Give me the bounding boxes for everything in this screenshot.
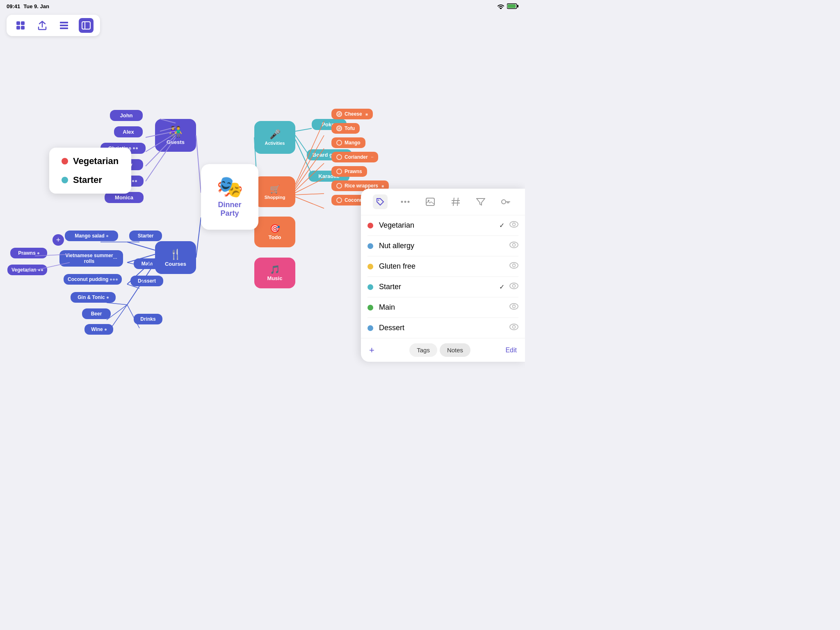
center-node[interactable]: 🎭 DinnerParty bbox=[201, 164, 258, 230]
svg-rect-2 bbox=[508, 5, 516, 8]
svg-line-45 bbox=[295, 197, 324, 208]
guests-label: Guests bbox=[167, 139, 185, 145]
course-wine[interactable]: Wine bbox=[84, 324, 113, 335]
svg-rect-8 bbox=[60, 25, 68, 26]
add-button[interactable]: + bbox=[52, 234, 64, 246]
course-beer[interactable]: Beer bbox=[82, 308, 111, 319]
tags-panel: Vegetarian ✓ Nut allergy bbox=[361, 189, 525, 362]
center-node-title: DinnerParty bbox=[215, 201, 244, 218]
courses-label: Courses bbox=[165, 261, 186, 267]
category-drinks[interactable]: Drinks bbox=[134, 314, 162, 324]
svg-point-56 bbox=[502, 200, 506, 204]
svg-line-28 bbox=[107, 303, 127, 305]
svg-line-44 bbox=[295, 194, 324, 195]
svg-rect-6 bbox=[21, 26, 25, 30]
tag-main-color bbox=[368, 305, 373, 310]
guests-node[interactable]: 👫 Guests bbox=[155, 119, 196, 152]
tag-main[interactable]: Main bbox=[368, 297, 518, 318]
course-mango-salad[interactable]: Mango salad bbox=[65, 231, 118, 241]
svg-point-57 bbox=[510, 221, 518, 227]
tag-nut-allergy[interactable]: Nut allergy bbox=[368, 236, 518, 256]
tag-gluten-free-eye[interactable] bbox=[509, 262, 518, 271]
category-starter[interactable]: Starter bbox=[129, 231, 162, 241]
edit-button[interactable]: Edit bbox=[505, 347, 517, 354]
svg-rect-7 bbox=[60, 22, 68, 23]
panel-hash-icon[interactable] bbox=[448, 194, 463, 209]
tag-starter[interactable]: Starter ✓ bbox=[368, 277, 518, 297]
tag-vegetarian-name: Vegetarian bbox=[379, 221, 499, 230]
shopping-mango[interactable]: Mango bbox=[331, 137, 365, 148]
svg-point-64 bbox=[513, 285, 516, 288]
todo-node[interactable]: 🎯 Todo bbox=[254, 217, 295, 247]
course-vietnamese[interactable]: Vietnamese summerrolls ··· bbox=[59, 250, 123, 267]
tab-notes[interactable]: Notes bbox=[440, 343, 470, 357]
wifi-icon bbox=[497, 3, 504, 9]
guest-alex[interactable]: Alex bbox=[114, 126, 143, 137]
panel-key-icon[interactable] bbox=[498, 194, 513, 209]
svg-line-12 bbox=[196, 135, 201, 193]
panel-tag-icon[interactable] bbox=[373, 194, 388, 209]
music-node[interactable]: 🎵 Music bbox=[254, 258, 295, 288]
shopping-prawns[interactable]: Prawns bbox=[331, 166, 367, 177]
activities-label: Activities bbox=[265, 141, 285, 146]
tag-nut-allergy-eye[interactable] bbox=[509, 242, 518, 250]
item-vegetarian-left[interactable]: Vegetarian bbox=[7, 265, 47, 275]
svg-point-65 bbox=[510, 304, 518, 309]
shopping-node[interactable]: 🛒 Shopping bbox=[254, 176, 295, 207]
legend-vegetarian: Vegetarian bbox=[62, 156, 119, 167]
status-icons bbox=[497, 3, 518, 9]
svg-point-58 bbox=[513, 223, 516, 226]
tag-vegetarian[interactable]: Vegetarian ✓ bbox=[368, 215, 518, 236]
grid-view-button[interactable] bbox=[13, 18, 28, 33]
legend-vegetarian-dot bbox=[62, 158, 68, 164]
svg-point-61 bbox=[510, 262, 518, 268]
svg-point-60 bbox=[513, 244, 516, 247]
add-tag-button[interactable]: + bbox=[369, 345, 374, 356]
tab-tags[interactable]: Tags bbox=[409, 343, 437, 357]
course-gin-tonic[interactable]: Gin & Tonic bbox=[71, 292, 116, 303]
panel-more-icon[interactable] bbox=[398, 194, 413, 209]
sidebar-button[interactable] bbox=[79, 18, 94, 33]
svg-point-48 bbox=[404, 201, 406, 203]
svg-rect-1 bbox=[517, 5, 518, 7]
svg-line-53 bbox=[457, 198, 458, 206]
tag-main-eye[interactable] bbox=[509, 303, 518, 312]
share-button[interactable] bbox=[35, 18, 49, 33]
guest-monica[interactable]: Monica bbox=[105, 192, 144, 203]
tag-vegetarian-check: ✓ bbox=[499, 221, 504, 229]
panel-filter-icon[interactable] bbox=[473, 194, 488, 209]
toolbar bbox=[7, 15, 100, 36]
panel-footer: + Tags Notes Edit bbox=[361, 338, 525, 362]
shopping-label: Shopping bbox=[265, 195, 285, 200]
item-prawns[interactable]: Prawns bbox=[10, 248, 47, 258]
shopping-tofu[interactable]: ✓ Tofu bbox=[331, 123, 360, 134]
category-dessert[interactable]: Dessert bbox=[130, 276, 163, 286]
svg-rect-5 bbox=[16, 26, 20, 30]
tag-dessert-eye[interactable] bbox=[509, 324, 518, 332]
svg-point-46 bbox=[378, 200, 379, 201]
svg-line-19 bbox=[196, 217, 201, 258]
category-main[interactable]: Main bbox=[134, 258, 160, 269]
guest-john[interactable]: John bbox=[110, 110, 143, 121]
status-bar: 09:41 Tue 9. Jan bbox=[0, 0, 525, 12]
shopping-coriander[interactable]: Coriander ·· bbox=[331, 152, 378, 162]
svg-point-62 bbox=[513, 264, 516, 267]
footer-tabs: Tags Notes bbox=[409, 343, 470, 357]
shopping-cheese[interactable]: ✓ Cheese ■ bbox=[331, 109, 373, 119]
course-coconut-pudding[interactable]: Coconut pudding bbox=[64, 274, 122, 285]
svg-point-63 bbox=[510, 283, 518, 289]
tags-list: Vegetarian ✓ Nut allergy bbox=[361, 215, 525, 338]
tag-starter-eye[interactable] bbox=[509, 283, 518, 291]
tag-vegetarian-eye[interactable] bbox=[509, 221, 518, 230]
svg-rect-4 bbox=[21, 21, 25, 25]
panel-image-icon[interactable] bbox=[423, 194, 438, 209]
courses-node[interactable]: 🍴 Courses bbox=[155, 241, 196, 274]
music-label: Music bbox=[267, 275, 283, 281]
activities-node[interactable]: 🎤 Activities bbox=[254, 121, 295, 154]
tag-gluten-free-color bbox=[368, 264, 373, 269]
battery-icon bbox=[507, 3, 518, 9]
tag-dessert[interactable]: Dessert bbox=[368, 318, 518, 338]
legend-starter-label: Starter bbox=[73, 175, 102, 185]
list-view-button[interactable] bbox=[57, 18, 71, 33]
tag-gluten-free[interactable]: Gluten free bbox=[368, 256, 518, 277]
